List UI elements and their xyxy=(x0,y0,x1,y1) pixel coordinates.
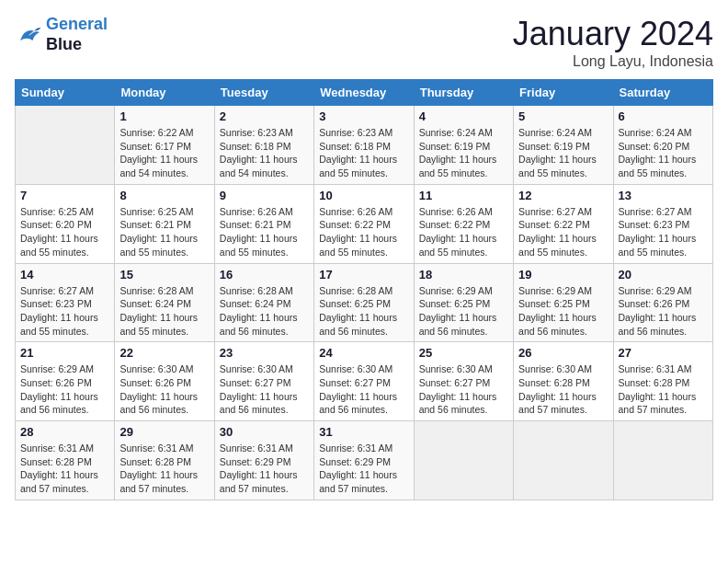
day-info: Sunrise: 6:30 AM Sunset: 6:26 PM Dayligh… xyxy=(119,362,209,417)
logo-bird-icon xyxy=(15,21,42,49)
calendar-cell: 5Sunrise: 6:24 AM Sunset: 6:19 PM Daylig… xyxy=(514,106,613,185)
day-info: Sunrise: 6:30 AM Sunset: 6:27 PM Dayligh… xyxy=(319,362,408,417)
day-number: 6 xyxy=(619,109,708,123)
calendar-cell: 17Sunrise: 6:28 AM Sunset: 6:25 PM Dayli… xyxy=(314,263,414,342)
day-info: Sunrise: 6:28 AM Sunset: 6:25 PM Dayligh… xyxy=(319,284,408,339)
logo: General Blue xyxy=(15,15,108,54)
day-info: Sunrise: 6:23 AM Sunset: 6:18 PM Dayligh… xyxy=(319,126,408,180)
day-info: Sunrise: 6:22 AM Sunset: 6:17 PM Dayligh… xyxy=(119,126,209,180)
day-number: 15 xyxy=(119,268,209,282)
calendar-cell: 13Sunrise: 6:27 AM Sunset: 6:23 PM Dayli… xyxy=(613,184,712,263)
logo-text: General Blue xyxy=(46,15,108,54)
day-number: 1 xyxy=(119,109,209,123)
weekday-row: SundayMondayTuesdayWednesdayThursdayFrid… xyxy=(16,80,713,106)
day-info: Sunrise: 6:26 AM Sunset: 6:21 PM Dayligh… xyxy=(220,205,309,259)
calendar-cell: 18Sunrise: 6:29 AM Sunset: 6:25 PM Dayli… xyxy=(414,263,513,342)
day-info: Sunrise: 6:31 AM Sunset: 6:28 PM Dayligh… xyxy=(119,442,209,496)
day-info: Sunrise: 6:29 AM Sunset: 6:26 PM Dayligh… xyxy=(619,284,708,339)
day-number: 24 xyxy=(319,346,408,360)
calendar-week-row: 1Sunrise: 6:22 AM Sunset: 6:17 PM Daylig… xyxy=(16,106,713,185)
calendar-cell: 3Sunrise: 6:23 AM Sunset: 6:18 PM Daylig… xyxy=(314,106,414,185)
day-number: 21 xyxy=(20,346,109,360)
calendar-cell: 29Sunrise: 6:31 AM Sunset: 6:28 PM Dayli… xyxy=(115,421,214,500)
weekday-header: Friday xyxy=(514,80,613,106)
day-info: Sunrise: 6:30 AM Sunset: 6:27 PM Dayligh… xyxy=(419,362,508,417)
logo-line1: General xyxy=(46,15,108,33)
day-info: Sunrise: 6:23 AM Sunset: 6:18 PM Dayligh… xyxy=(220,126,309,180)
calendar-cell: 20Sunrise: 6:29 AM Sunset: 6:26 PM Dayli… xyxy=(613,263,712,342)
day-info: Sunrise: 6:28 AM Sunset: 6:24 PM Dayligh… xyxy=(220,284,309,339)
calendar-cell: 6Sunrise: 6:24 AM Sunset: 6:20 PM Daylig… xyxy=(613,106,712,185)
day-info: Sunrise: 6:26 AM Sunset: 6:22 PM Dayligh… xyxy=(319,205,408,259)
day-info: Sunrise: 6:29 AM Sunset: 6:25 PM Dayligh… xyxy=(518,284,608,339)
calendar-body: 1Sunrise: 6:22 AM Sunset: 6:17 PM Daylig… xyxy=(16,106,713,500)
calendar-header: SundayMondayTuesdayWednesdayThursdayFrid… xyxy=(16,80,713,106)
calendar-cell: 1Sunrise: 6:22 AM Sunset: 6:17 PM Daylig… xyxy=(115,106,214,185)
day-info: Sunrise: 6:31 AM Sunset: 6:29 PM Dayligh… xyxy=(220,442,309,496)
calendar-week-row: 7Sunrise: 6:25 AM Sunset: 6:20 PM Daylig… xyxy=(16,184,713,263)
calendar-cell xyxy=(16,106,115,185)
calendar-cell xyxy=(613,421,712,500)
day-number: 3 xyxy=(319,109,408,123)
day-info: Sunrise: 6:31 AM Sunset: 6:28 PM Dayligh… xyxy=(619,362,708,417)
day-info: Sunrise: 6:25 AM Sunset: 6:20 PM Dayligh… xyxy=(20,205,109,259)
calendar-cell: 2Sunrise: 6:23 AM Sunset: 6:18 PM Daylig… xyxy=(214,106,313,185)
calendar-week-row: 28Sunrise: 6:31 AM Sunset: 6:28 PM Dayli… xyxy=(16,421,713,500)
day-number: 16 xyxy=(220,268,309,282)
day-number: 26 xyxy=(518,346,608,360)
day-number: 30 xyxy=(220,425,309,439)
calendar-cell: 10Sunrise: 6:26 AM Sunset: 6:22 PM Dayli… xyxy=(314,184,414,263)
day-number: 19 xyxy=(518,268,608,282)
day-number: 10 xyxy=(319,189,408,202)
day-number: 29 xyxy=(119,425,209,439)
calendar-cell: 12Sunrise: 6:27 AM Sunset: 6:22 PM Dayli… xyxy=(514,184,613,263)
weekday-header: Wednesday xyxy=(314,80,414,106)
calendar-week-row: 14Sunrise: 6:27 AM Sunset: 6:23 PM Dayli… xyxy=(16,263,713,342)
calendar-week-row: 21Sunrise: 6:29 AM Sunset: 6:26 PM Dayli… xyxy=(16,342,713,421)
day-number: 27 xyxy=(619,346,708,360)
calendar-table: SundayMondayTuesdayWednesdayThursdayFrid… xyxy=(15,79,713,500)
day-info: Sunrise: 6:31 AM Sunset: 6:28 PM Dayligh… xyxy=(20,442,109,496)
calendar-cell: 30Sunrise: 6:31 AM Sunset: 6:29 PM Dayli… xyxy=(214,421,313,500)
day-number: 9 xyxy=(220,189,309,202)
day-number: 5 xyxy=(518,109,608,123)
day-number: 8 xyxy=(119,189,209,202)
day-number: 4 xyxy=(419,109,508,123)
day-info: Sunrise: 6:31 AM Sunset: 6:29 PM Dayligh… xyxy=(319,442,408,496)
day-number: 17 xyxy=(319,268,408,282)
day-info: Sunrise: 6:25 AM Sunset: 6:21 PM Dayligh… xyxy=(119,205,209,259)
day-number: 2 xyxy=(220,109,309,123)
calendar-cell: 25Sunrise: 6:30 AM Sunset: 6:27 PM Dayli… xyxy=(414,342,513,421)
calendar-cell: 23Sunrise: 6:30 AM Sunset: 6:27 PM Dayli… xyxy=(214,342,313,421)
day-number: 18 xyxy=(419,268,508,282)
day-number: 11 xyxy=(419,189,508,202)
day-number: 14 xyxy=(20,268,109,282)
calendar-cell: 24Sunrise: 6:30 AM Sunset: 6:27 PM Dayli… xyxy=(314,342,414,421)
calendar-cell: 22Sunrise: 6:30 AM Sunset: 6:26 PM Dayli… xyxy=(115,342,214,421)
weekday-header: Tuesday xyxy=(214,80,313,106)
day-info: Sunrise: 6:29 AM Sunset: 6:26 PM Dayligh… xyxy=(20,362,109,417)
calendar-cell: 15Sunrise: 6:28 AM Sunset: 6:24 PM Dayli… xyxy=(115,263,214,342)
day-number: 13 xyxy=(619,189,708,202)
page-header: General Blue January 2024 Long Layu, Ind… xyxy=(15,15,713,70)
calendar-cell: 28Sunrise: 6:31 AM Sunset: 6:28 PM Dayli… xyxy=(16,421,115,500)
day-info: Sunrise: 6:24 AM Sunset: 6:19 PM Dayligh… xyxy=(419,126,508,180)
day-info: Sunrise: 6:30 AM Sunset: 6:28 PM Dayligh… xyxy=(518,362,608,417)
weekday-header: Thursday xyxy=(414,80,513,106)
day-info: Sunrise: 6:26 AM Sunset: 6:22 PM Dayligh… xyxy=(419,205,508,259)
calendar-cell: 14Sunrise: 6:27 AM Sunset: 6:23 PM Dayli… xyxy=(16,263,115,342)
calendar-cell: 7Sunrise: 6:25 AM Sunset: 6:20 PM Daylig… xyxy=(16,184,115,263)
day-info: Sunrise: 6:30 AM Sunset: 6:27 PM Dayligh… xyxy=(220,362,309,417)
weekday-header: Monday xyxy=(115,80,214,106)
day-number: 23 xyxy=(220,346,309,360)
title-block: January 2024 Long Layu, Indonesia xyxy=(513,15,713,70)
calendar-cell: 31Sunrise: 6:31 AM Sunset: 6:29 PM Dayli… xyxy=(314,421,414,500)
calendar-cell: 9Sunrise: 6:26 AM Sunset: 6:21 PM Daylig… xyxy=(214,184,313,263)
day-info: Sunrise: 6:27 AM Sunset: 6:23 PM Dayligh… xyxy=(619,205,708,259)
calendar-cell: 11Sunrise: 6:26 AM Sunset: 6:22 PM Dayli… xyxy=(414,184,513,263)
day-info: Sunrise: 6:27 AM Sunset: 6:22 PM Dayligh… xyxy=(518,205,608,259)
calendar-cell: 8Sunrise: 6:25 AM Sunset: 6:21 PM Daylig… xyxy=(115,184,214,263)
calendar-cell: 26Sunrise: 6:30 AM Sunset: 6:28 PM Dayli… xyxy=(514,342,613,421)
calendar-cell: 16Sunrise: 6:28 AM Sunset: 6:24 PM Dayli… xyxy=(214,263,313,342)
day-info: Sunrise: 6:24 AM Sunset: 6:19 PM Dayligh… xyxy=(518,126,608,180)
